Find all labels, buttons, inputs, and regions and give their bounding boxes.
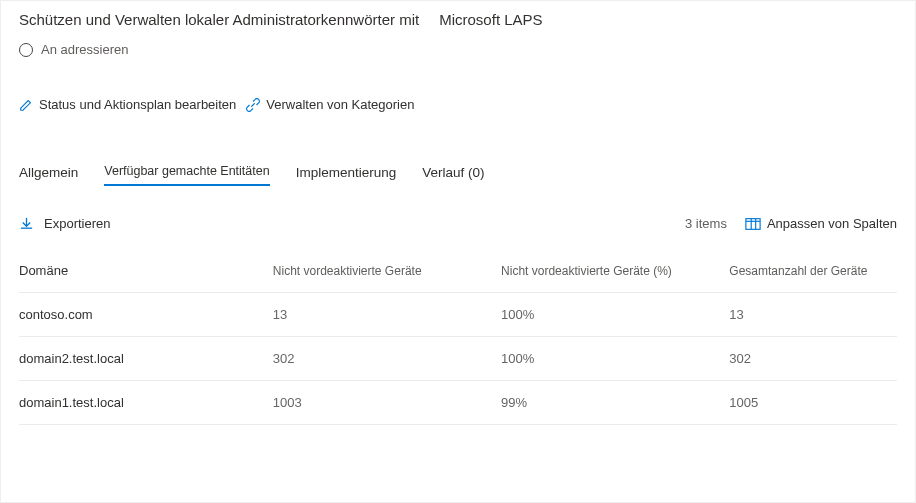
tab-history[interactable]: Verlauf (0) bbox=[422, 165, 484, 186]
col-header-total[interactable]: Gesamtanzahl der Geräte bbox=[721, 253, 897, 293]
tab-implementation[interactable]: Implementierung bbox=[296, 165, 397, 186]
item-count: 3 items bbox=[685, 216, 727, 231]
address-label: An adressieren bbox=[41, 42, 128, 57]
cell-not-activated: 1003 bbox=[265, 381, 493, 425]
cell-not-activated-pct: 99% bbox=[493, 381, 721, 425]
table-row[interactable]: domain1.test.local 1003 99% 1005 bbox=[19, 381, 897, 425]
cell-domain: domain1.test.local bbox=[19, 381, 265, 425]
link-icon bbox=[246, 98, 260, 112]
columns-icon bbox=[745, 217, 761, 231]
cell-not-activated: 302 bbox=[265, 337, 493, 381]
cell-not-activated-pct: 100% bbox=[493, 293, 721, 337]
tab-general[interactable]: Allgemein bbox=[19, 165, 78, 186]
export-icon bbox=[19, 216, 34, 231]
table-row[interactable]: contoso.com 13 100% 13 bbox=[19, 293, 897, 337]
col-header-not-activated[interactable]: Nicht vordeaktivierte Geräte bbox=[265, 253, 493, 293]
page-title-prefix: Schützen und Verwalten lokaler Administr… bbox=[19, 11, 419, 28]
cell-domain: domain2.test.local bbox=[19, 337, 265, 381]
col-header-domain[interactable]: Domäne bbox=[19, 253, 265, 293]
cell-total: 1005 bbox=[721, 381, 897, 425]
tabs: Allgemein Verfügbar gemachte Entitäten I… bbox=[19, 164, 897, 186]
edit-icon bbox=[19, 98, 33, 112]
cell-total: 13 bbox=[721, 293, 897, 337]
customize-columns-button[interactable]: Anpassen von Spalten bbox=[767, 216, 897, 231]
col-header-not-activated-pct[interactable]: Nicht vordeaktivierte Geräte (%) bbox=[493, 253, 721, 293]
domain-table: Domäne Nicht vordeaktivierte Geräte Nich… bbox=[19, 253, 897, 425]
svg-rect-0 bbox=[746, 218, 760, 229]
address-row[interactable]: An adressieren bbox=[19, 42, 897, 57]
export-button[interactable]: Exportieren bbox=[44, 216, 110, 231]
circle-icon bbox=[19, 43, 33, 57]
edit-status-action[interactable]: Status und Aktionsplan bearbeiten bbox=[39, 97, 236, 112]
table-row[interactable]: domain2.test.local 302 100% 302 bbox=[19, 337, 897, 381]
cell-domain: contoso.com bbox=[19, 293, 265, 337]
cell-not-activated: 13 bbox=[265, 293, 493, 337]
cell-total: 302 bbox=[721, 337, 897, 381]
cell-not-activated-pct: 100% bbox=[493, 337, 721, 381]
manage-categories-action[interactable]: Verwalten von Kategorien bbox=[266, 97, 414, 112]
page-title-product: Microsoft LAPS bbox=[439, 11, 542, 28]
tab-exposed-entities[interactable]: Verfügbar gemachte Entitäten bbox=[104, 164, 269, 186]
